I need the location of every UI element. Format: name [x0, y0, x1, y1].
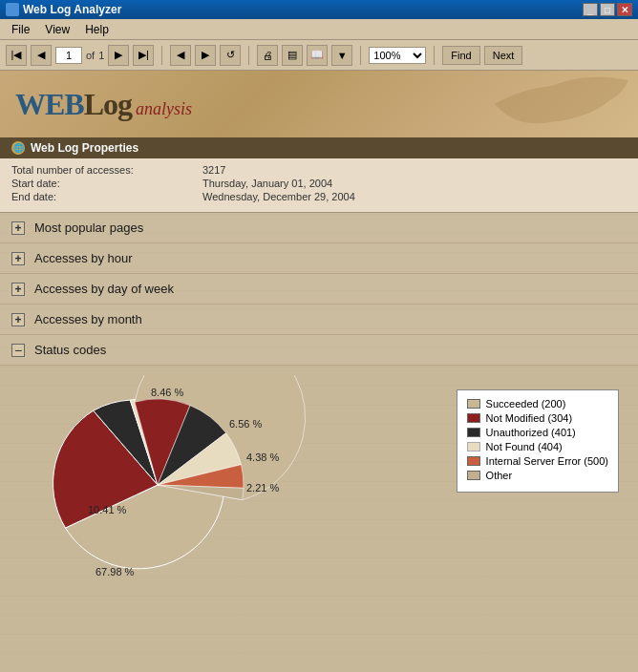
properties-title: Web Log Properties	[31, 141, 138, 155]
section-label-by-day: Accesses by day of week	[34, 282, 174, 296]
expand-icon-most-popular: +	[11, 221, 25, 235]
zoom-select[interactable]: 100% 75% 150%	[369, 47, 426, 64]
legend-item-notfound: Not Found (404)	[467, 441, 608, 452]
app-icon	[6, 3, 19, 16]
legend-item-succeeded: Succeeded (200)	[467, 398, 608, 410]
menu-view[interactable]: View	[37, 21, 77, 38]
chart-legend: Succeeded (200) Not Modified (304) Unaut…	[457, 389, 619, 493]
legend-color-notfound	[467, 442, 480, 452]
separator-1	[161, 46, 162, 65]
legend-color-succeeded	[467, 399, 480, 409]
prop-label-end: End date:	[11, 191, 202, 202]
legend-item-unauth: Unauthorized (401)	[467, 427, 608, 438]
chart-area: 10.41 % 8.46 % 6.56 % 4.38 % 2.21 % 67.9…	[0, 366, 638, 595]
label-4pct: 4.38 %	[246, 452, 279, 463]
close-button[interactable]: ✕	[617, 3, 632, 16]
page-number-input[interactable]	[55, 47, 82, 64]
section-most-popular[interactable]: + Most popular pages	[0, 213, 638, 243]
collapse-icon-status: −	[11, 344, 25, 357]
prop-label-accesses: Total number of accesses:	[11, 164, 202, 176]
prop-value-start: Thursday, January 01, 2004	[202, 178, 332, 189]
legend-color-unauth	[467, 428, 480, 437]
prop-row-accesses: Total number of accesses: 3217	[11, 164, 627, 176]
legend-item-notmod: Not Modified (304)	[467, 412, 608, 424]
window-title: Web Log Analyzer	[23, 3, 121, 16]
label-67pct: 67.98 %	[96, 566, 135, 578]
section-by-month[interactable]: + Accesses by month	[0, 304, 638, 335]
pie-svg: 10.41 % 8.46 % 6.56 % 4.38 % 2.21 % 67.9…	[10, 375, 306, 585]
section-by-hour[interactable]: + Accesses by hour	[0, 243, 638, 274]
prop-row-end: End date: Wednesday, December 29, 2004	[11, 191, 627, 202]
pie-chart: 10.41 % 8.46 % 6.56 % 4.38 % 2.21 % 67.9…	[10, 375, 306, 585]
label-8pct: 8.46 %	[151, 387, 183, 398]
toolbar: |◀ ◀ of 1 ▶ ▶| ◀ ▶ ↺ 🖨 ▤ 📖 ▼ 100% 75% 15…	[0, 40, 638, 71]
menu-file[interactable]: File	[4, 21, 37, 38]
legend-label-other: Other	[486, 470, 513, 481]
title-bar: Web Log Analyzer _ □ ✕	[0, 0, 638, 19]
section-label-status: Status codes	[34, 343, 106, 357]
label-2pct: 2.21 %	[246, 482, 279, 494]
menu-help[interactable]: Help	[77, 21, 117, 38]
expand-icon-by-hour: +	[11, 252, 25, 265]
section-label-by-month: Accesses by month	[34, 312, 142, 326]
layout-button[interactable]: ▤	[282, 45, 303, 66]
logo-analysis: analysis	[136, 99, 192, 119]
legend-label-ise: Internal Server Error (500)	[486, 455, 608, 467]
section-by-day[interactable]: + Accesses by day of week	[0, 274, 638, 304]
legend-item-ise: Internal Server Error (500)	[467, 455, 608, 467]
properties-icon: 🌐	[11, 141, 25, 155]
nav-first-button[interactable]: |◀	[6, 45, 27, 66]
main-content: WEBLog analysis 🌐 Web Log Properties Tot…	[0, 71, 638, 672]
legend-label-notmod: Not Modified (304)	[486, 412, 573, 424]
section-label-most-popular: Most popular pages	[34, 220, 143, 235]
export-button[interactable]: ▼	[331, 45, 352, 66]
legend-color-ise	[467, 456, 480, 466]
properties-body: Total number of accesses: 3217 Start dat…	[0, 158, 638, 213]
window-controls: _ □ ✕	[583, 3, 632, 16]
expand-icon-by-day: +	[11, 283, 25, 296]
legend-color-notmod	[467, 413, 480, 423]
minimize-button[interactable]: _	[583, 3, 598, 16]
prop-row-start: Start date: Thursday, January 01, 2004	[11, 178, 627, 189]
logo-web: WEBLog	[15, 87, 132, 122]
separator-3	[360, 46, 361, 65]
properties-header: 🌐 Web Log Properties	[0, 137, 638, 158]
bookmark-button[interactable]: 📖	[307, 45, 328, 66]
print-button[interactable]: 🖨	[257, 45, 278, 66]
next-button[interactable]: Next	[484, 46, 523, 65]
prop-value-end: Wednesday, December 29, 2004	[202, 191, 355, 202]
expand-icon-by-month: +	[11, 313, 25, 326]
header-banner: WEBLog analysis	[0, 71, 638, 137]
page-total-label: 1	[98, 50, 104, 61]
nav-prev-button[interactable]: ◀	[31, 45, 52, 66]
separator-4	[434, 46, 435, 65]
legend-item-other: Other	[467, 470, 608, 481]
page-of-label: of	[86, 50, 95, 61]
legend-color-other	[467, 471, 480, 480]
forward-button[interactable]: ▶	[195, 45, 216, 66]
refresh-button[interactable]: ↺	[220, 45, 241, 66]
section-label-by-hour: Accesses by hour	[34, 251, 133, 265]
menu-bar: File View Help	[0, 19, 638, 40]
label-6pct: 6.56 %	[229, 418, 262, 430]
legend-label-notfound: Not Found (404)	[486, 441, 563, 452]
legend-label-unauth: Unauthorized (401)	[486, 427, 576, 438]
separator-2	[248, 46, 249, 65]
label-10pct: 10.41 %	[88, 504, 127, 515]
prop-value-accesses: 3217	[202, 164, 225, 176]
nav-last-button[interactable]: ▶|	[133, 45, 154, 66]
nav-next-button[interactable]: ▶	[108, 45, 129, 66]
back-button[interactable]: ◀	[170, 45, 191, 66]
find-button[interactable]: Find	[442, 46, 479, 65]
prop-label-start: Start date:	[11, 178, 202, 189]
maximize-button[interactable]: □	[600, 3, 615, 16]
section-status-codes[interactable]: − Status codes	[0, 335, 638, 366]
legend-label-succeeded: Succeeded (200)	[486, 398, 566, 410]
